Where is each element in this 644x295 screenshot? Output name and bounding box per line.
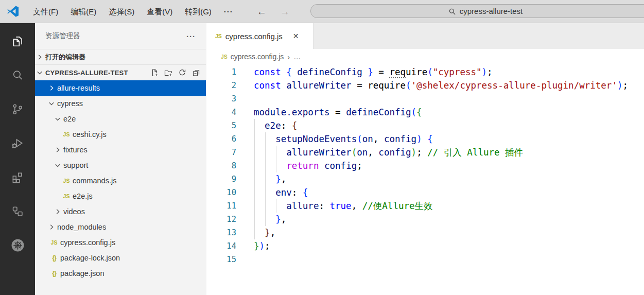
breadcrumb: JS cypress.config.js › … xyxy=(206,49,644,64)
new-file-icon[interactable] xyxy=(150,68,159,77)
project-section-header[interactable]: CYPRESS-ALLURE-TEST xyxy=(35,64,206,80)
chevron-right-icon xyxy=(53,146,62,154)
breadcrumb-file[interactable]: cypress.config.js xyxy=(231,53,284,61)
code-line-3[interactable]: 3 xyxy=(206,92,644,106)
tree-item-label: fixtures xyxy=(63,146,88,154)
back-arrow-icon[interactable]: ← xyxy=(257,0,267,23)
js-file-icon: JS xyxy=(49,239,59,246)
code-line-5[interactable]: 5 e2e: { xyxy=(206,119,644,132)
chevron-right-icon xyxy=(47,84,56,92)
breadcrumb-more[interactable]: … xyxy=(293,53,301,61)
line-number[interactable]: 8 xyxy=(206,159,236,172)
tree-item-e2e[interactable]: e2e xyxy=(35,111,206,127)
code-text: }); xyxy=(254,239,270,253)
activity-extensions-icon[interactable] xyxy=(0,164,35,190)
menu-item-1[interactable]: 编辑(E) xyxy=(64,0,102,23)
code-text: setupNodeEvents(on, config) { xyxy=(254,132,433,146)
search-icon xyxy=(448,8,456,15)
activity-source-control-icon[interactable] xyxy=(0,96,35,123)
activity-bar xyxy=(0,23,35,295)
activity-files-icon[interactable] xyxy=(0,28,35,55)
tab-cypress-config-js[interactable]: JS cypress.config.js ✕ xyxy=(206,23,314,49)
collapse-all-icon[interactable] xyxy=(192,68,201,77)
code-line-15[interactable]: 15 xyxy=(206,253,644,266)
explorer-more-button[interactable]: ··· xyxy=(186,32,196,41)
menu-item-2[interactable]: 选择(S) xyxy=(102,0,141,23)
menu-more-button[interactable]: ··· xyxy=(218,7,239,16)
tab-label: cypress.config.js xyxy=(225,32,283,41)
activity-run-debug-icon[interactable] xyxy=(0,130,35,157)
sidebar-header: 资源管理器 ··· xyxy=(35,23,206,49)
activity-search-icon[interactable] xyxy=(0,62,35,89)
vscode-window: 文件(F)编辑(E)选择(S)查看(V)转到(G) ··· ← → cypres… xyxy=(0,0,644,295)
command-center-search[interactable]: cypress-allure-test xyxy=(310,4,644,18)
code-line-14[interactable]: 14}); xyxy=(206,239,644,253)
code-area[interactable]: 1const { defineConfig } = require("cypre… xyxy=(206,64,644,295)
chevron-down-icon xyxy=(47,99,56,108)
chevron-down-icon xyxy=(53,161,62,169)
line-number[interactable]: 15 xyxy=(206,253,236,266)
line-number[interactable]: 5 xyxy=(206,119,236,132)
line-number[interactable]: 2 xyxy=(206,79,236,92)
line-number[interactable]: 1 xyxy=(206,65,236,79)
code-text: e2e: { xyxy=(254,119,297,132)
line-number[interactable]: 6 xyxy=(206,132,236,146)
tree-item-label: cypress.config.js xyxy=(60,238,115,247)
tree-item-videos[interactable]: videos xyxy=(35,204,206,219)
line-number[interactable]: 11 xyxy=(206,199,236,213)
code-line-7[interactable]: 7 allureWriter(on, config); // 引入 Allure… xyxy=(206,146,644,159)
line-number[interactable]: 3 xyxy=(206,92,236,106)
close-icon[interactable]: ✕ xyxy=(291,31,301,41)
open-editors-section[interactable]: 打开的编辑器 xyxy=(35,49,206,64)
code-line-9[interactable]: 9 }, xyxy=(206,172,644,186)
line-number[interactable]: 13 xyxy=(206,226,236,239)
tree-item-cypress[interactable]: cypress xyxy=(35,96,206,111)
line-number[interactable]: 4 xyxy=(206,106,236,119)
js-file-icon: JS xyxy=(221,54,228,60)
line-number[interactable]: 12 xyxy=(206,213,236,226)
activity-kubernetes-icon[interactable] xyxy=(0,232,35,258)
line-number[interactable]: 9 xyxy=(206,172,236,186)
tree-item-commands-js[interactable]: JScommands.js xyxy=(35,173,206,188)
code-text: module.exports = defineConfig({ xyxy=(254,106,422,119)
menu-item-4[interactable]: 转到(G) xyxy=(179,0,218,23)
code-line-12[interactable]: 12 }, xyxy=(206,213,644,226)
code-line-13[interactable]: 13 }, xyxy=(206,226,644,239)
code-line-8[interactable]: 8 return config; xyxy=(206,159,644,172)
forward-arrow-icon[interactable]: → xyxy=(280,0,290,23)
json-file-icon: {} xyxy=(49,270,59,277)
tree-item-allure-results[interactable]: allure-results xyxy=(35,80,206,96)
menu-bar: 文件(F)编辑(E)选择(S)查看(V)转到(G) xyxy=(27,0,218,23)
tree-item-support[interactable]: support xyxy=(35,158,206,173)
line-number[interactable]: 10 xyxy=(206,186,236,199)
code-text: const { defineConfig } = require("cypres… xyxy=(254,65,493,79)
tree-item-cypress-config-js[interactable]: JScypress.config.js xyxy=(35,235,206,250)
tab-bar: JS cypress.config.js ✕ xyxy=(206,23,644,49)
refresh-icon[interactable] xyxy=(178,68,187,77)
tree-item-label: commands.js xyxy=(73,177,116,185)
line-number[interactable]: 14 xyxy=(206,239,236,253)
code-line-11[interactable]: 11 allure: true, //使Allure生效 xyxy=(206,199,644,213)
code-text: env: { xyxy=(254,186,308,199)
code-line-2[interactable]: 2const allureWriter = require('@shelex/c… xyxy=(206,79,644,92)
code-text: return config; xyxy=(254,159,362,172)
code-line-10[interactable]: 10 env: { xyxy=(206,186,644,199)
menu-item-3[interactable]: 查看(V) xyxy=(141,0,179,23)
code-line-1[interactable]: 1const { defineConfig } = require("cypre… xyxy=(206,65,644,79)
line-number[interactable]: 7 xyxy=(206,146,236,159)
code-text: const allureWriter = require('@shelex/cy… xyxy=(254,79,628,92)
code-line-6[interactable]: 6 setupNodeEvents(on, config) { xyxy=(206,132,644,146)
tree-item-fixtures[interactable]: fixtures xyxy=(35,142,206,158)
tree-item-package-lock-json[interactable]: {}package-lock.json xyxy=(35,250,206,266)
code-line-4[interactable]: 4module.exports = defineConfig({ xyxy=(206,106,644,119)
tree-item-node-modules[interactable]: node_modules xyxy=(35,219,206,235)
menu-item-0[interactable]: 文件(F) xyxy=(27,0,64,23)
new-folder-icon[interactable] xyxy=(164,68,173,77)
js-file-icon: JS xyxy=(61,131,72,137)
tree-item-label: support xyxy=(63,161,88,169)
tree-item-package-json[interactable]: {}package.json xyxy=(35,266,206,281)
js-file-icon: JS xyxy=(215,33,222,39)
tree-item-ceshi-cy-js[interactable]: JSceshi.cy.js xyxy=(35,127,206,142)
activity-remote-targets-icon[interactable] xyxy=(0,198,35,224)
tree-item-e2e-js[interactable]: JSe2e.js xyxy=(35,188,206,204)
